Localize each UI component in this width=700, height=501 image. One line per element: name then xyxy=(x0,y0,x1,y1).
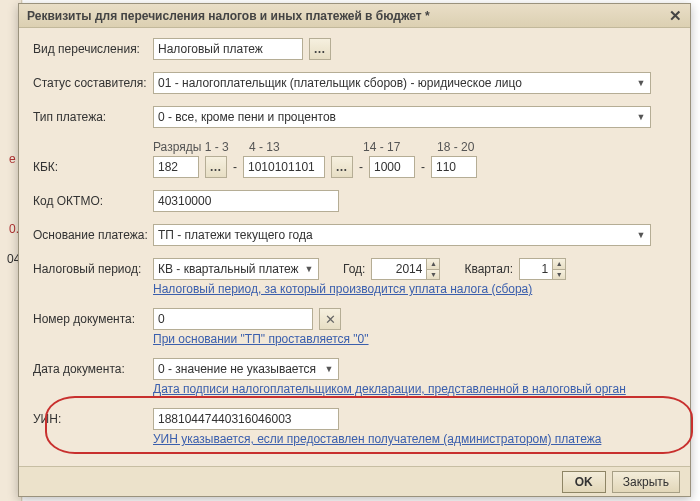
kbk-part2-input[interactable] xyxy=(243,156,325,178)
quarter-spinner[interactable]: ▲ ▼ xyxy=(552,258,566,280)
doc-date-hint[interactable]: Дата подписи налогоплательщиком декларац… xyxy=(153,382,626,396)
compiler-status-value: 01 - налогоплательщик (плательщик сборов… xyxy=(158,76,522,90)
close-button[interactable]: Закрыть xyxy=(612,471,680,493)
label-quarter: Квартал: xyxy=(464,262,513,276)
label-year: Год: xyxy=(343,262,365,276)
label-tax-period: Налоговый период: xyxy=(33,262,153,276)
chevron-down-icon: ▼ xyxy=(634,110,648,124)
label-oktmo: Код ОКТМО: xyxy=(33,194,153,208)
payment-type-select[interactable]: 0 - все, кроме пени и процентов ▼ xyxy=(153,106,651,128)
spinner-down-icon[interactable]: ▼ xyxy=(553,270,565,280)
chevron-down-icon: ▼ xyxy=(302,262,316,276)
doc-number-input[interactable] xyxy=(153,308,313,330)
chevron-down-icon: ▼ xyxy=(322,362,336,376)
label-kbk: КБК: xyxy=(33,160,153,174)
kbk-part1-input[interactable] xyxy=(153,156,199,178)
dialog-title: Реквизиты для перечисления налогов и ины… xyxy=(27,9,666,23)
year-input[interactable] xyxy=(371,258,427,280)
spinner-down-icon[interactable]: ▼ xyxy=(427,270,439,280)
uin-hint[interactable]: УИН указывается, если предоставлен получ… xyxy=(153,432,601,446)
chevron-down-icon: ▼ xyxy=(634,76,648,90)
uin-input[interactable] xyxy=(153,408,339,430)
dash: - xyxy=(233,160,237,174)
label-compiler-status: Статус составителя: xyxy=(33,76,153,90)
tax-period-select[interactable]: КВ - квартальный платеж ▼ xyxy=(153,258,319,280)
close-icon[interactable]: ✕ xyxy=(666,7,684,25)
chevron-down-icon: ▼ xyxy=(634,228,648,242)
basis-value: ТП - платежи текущего года xyxy=(158,228,313,242)
label-payment-type: Тип платежа: xyxy=(33,110,153,124)
label-doc-number: Номер документа: xyxy=(33,312,153,326)
quarter-input[interactable] xyxy=(519,258,553,280)
dash: - xyxy=(421,160,425,174)
doc-number-clear-button[interactable]: ✕ xyxy=(319,308,341,330)
kbk-col4-label: 18 - 20 xyxy=(437,140,505,154)
transfer-type-picker-button[interactable]: … xyxy=(309,38,331,60)
payment-type-value: 0 - все, кроме пени и процентов xyxy=(158,110,336,124)
label-transfer-type: Вид перечисления: xyxy=(33,42,153,56)
dialog-button-bar: OK Закрыть xyxy=(19,466,690,496)
kbk-col2-label: 4 - 13 xyxy=(249,140,357,154)
tax-period-value: КВ - квартальный платеж xyxy=(158,262,299,276)
label-basis: Основание платежа: xyxy=(33,228,153,242)
label-uin: УИН: xyxy=(33,412,153,426)
dash: - xyxy=(359,160,363,174)
transfer-type-input[interactable] xyxy=(153,38,303,60)
tax-period-hint[interactable]: Налоговый период, за который производитс… xyxy=(153,282,532,296)
compiler-status-select[interactable]: 01 - налогоплательщик (плательщик сборов… xyxy=(153,72,651,94)
year-spinner[interactable]: ▲ ▼ xyxy=(426,258,440,280)
kbk-headers: Разряды 1 - 3 4 - 13 14 - 17 18 - 20 xyxy=(153,140,676,154)
form-body: Вид перечисления: … Статус составителя: … xyxy=(19,28,690,466)
kbk-part4-input[interactable] xyxy=(431,156,477,178)
oktmo-input[interactable] xyxy=(153,190,339,212)
doc-number-hint[interactable]: При основании "ТП" проставляется "0" xyxy=(153,332,369,346)
spinner-up-icon[interactable]: ▲ xyxy=(553,259,565,270)
doc-date-select[interactable]: 0 - значение не указывается ▼ xyxy=(153,358,339,380)
basis-select[interactable]: ТП - платежи текущего года ▼ xyxy=(153,224,651,246)
dialog: Реквизиты для перечисления налогов и ины… xyxy=(18,3,691,497)
label-doc-date: Дата документа: xyxy=(33,362,153,376)
kbk-col3-label: 14 - 17 xyxy=(363,140,431,154)
kbk-part3-input[interactable] xyxy=(369,156,415,178)
spinner-up-icon[interactable]: ▲ xyxy=(427,259,439,270)
titlebar: Реквизиты для перечисления налогов и ины… xyxy=(19,4,690,28)
ok-button[interactable]: OK xyxy=(562,471,606,493)
kbk1-picker-button[interactable]: … xyxy=(205,156,227,178)
doc-date-value: 0 - значение не указывается xyxy=(158,362,316,376)
kbk2-picker-button[interactable]: … xyxy=(331,156,353,178)
kbk-col1-label: Разряды 1 - 3 xyxy=(153,140,243,154)
